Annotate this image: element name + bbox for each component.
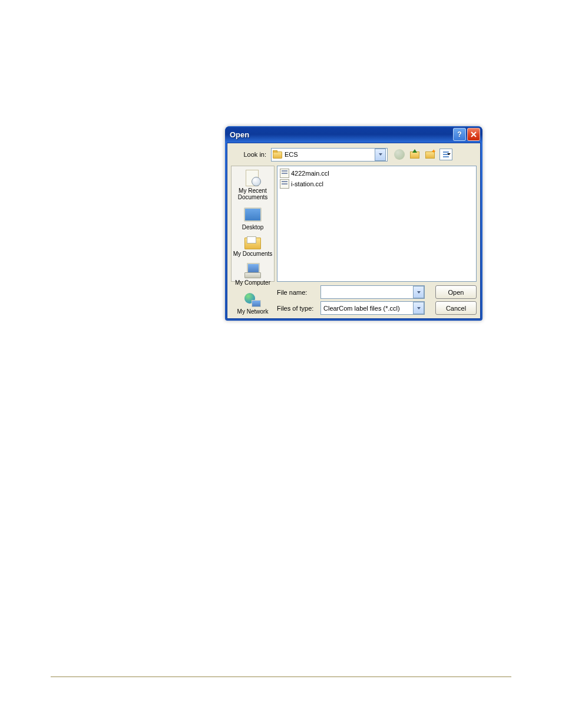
filename-label: File name:	[277, 289, 316, 296]
file-item[interactable]: 4222main.ccl	[280, 169, 474, 178]
lookin-row: Look in: ECS	[227, 143, 480, 163]
dropdown-arrow-icon	[413, 286, 424, 298]
dropdown-arrow-icon	[413, 302, 424, 314]
open-button[interactable]: Open	[435, 285, 477, 299]
new-folder-icon	[425, 150, 435, 159]
my-computer-icon	[244, 263, 261, 278]
cancel-button[interactable]: Cancel	[435, 301, 477, 315]
place-label: My RecentDocuments	[238, 187, 268, 200]
middle-area: My RecentDocuments Desktop My Documents …	[227, 163, 480, 282]
back-icon	[394, 149, 405, 160]
file-item[interactable]: i-station.ccl	[280, 179, 474, 189]
toolbar	[394, 149, 452, 160]
place-my-documents[interactable]: My Documents	[232, 236, 274, 257]
new-folder-button[interactable]	[424, 149, 436, 160]
filetype-label: Files of type:	[277, 305, 316, 312]
filename-input[interactable]	[320, 285, 425, 299]
place-label: My Documents	[233, 251, 273, 257]
place-recent-documents[interactable]: My RecentDocuments	[232, 170, 274, 200]
lookin-dropdown[interactable]: ECS	[271, 148, 388, 162]
places-bar: My RecentDocuments Desktop My Documents …	[231, 166, 275, 282]
views-button[interactable]	[439, 149, 452, 160]
up-folder-icon	[410, 150, 419, 159]
dialog-title: Open	[230, 130, 452, 139]
filetype-value: ClearCom label files (*.ccl)	[323, 305, 400, 312]
close-icon	[471, 131, 477, 137]
recent-documents-icon	[243, 170, 262, 186]
file-name: 4222main.ccl	[291, 170, 329, 177]
desktop-icon	[243, 206, 262, 223]
back-button[interactable]	[394, 149, 405, 160]
open-dialog: Open ? Look in: ECS My Re	[225, 126, 482, 321]
folder-icon	[273, 150, 282, 159]
file-icon	[280, 169, 289, 178]
dialog-body: Look in: ECS My RecentDocuments	[227, 143, 481, 319]
titlebar: Open ?	[225, 126, 482, 143]
filetype-row: Files of type: ClearCom label files (*.c…	[277, 301, 477, 315]
horizontal-rule	[51, 676, 511, 677]
my-documents-icon	[244, 236, 261, 249]
lookin-value: ECS	[285, 151, 375, 158]
close-button[interactable]	[467, 128, 480, 141]
file-icon	[280, 179, 289, 189]
file-list[interactable]: 4222main.ccl i-station.ccl	[277, 166, 477, 282]
dropdown-arrow-icon	[375, 149, 386, 161]
file-name: i-station.ccl	[291, 180, 323, 187]
place-label: Desktop	[242, 224, 264, 230]
filetype-dropdown[interactable]: ClearCom label files (*.ccl)	[320, 301, 425, 315]
filename-row: File name: Open	[277, 285, 477, 299]
bottom-area: File name: Open Files of type: ClearCom …	[227, 282, 480, 318]
help-button[interactable]: ?	[453, 128, 466, 141]
lookin-label: Look in:	[231, 151, 271, 158]
place-desktop[interactable]: Desktop	[232, 206, 274, 230]
up-one-level-button[interactable]	[409, 149, 421, 160]
my-network-icon	[244, 292, 261, 307]
